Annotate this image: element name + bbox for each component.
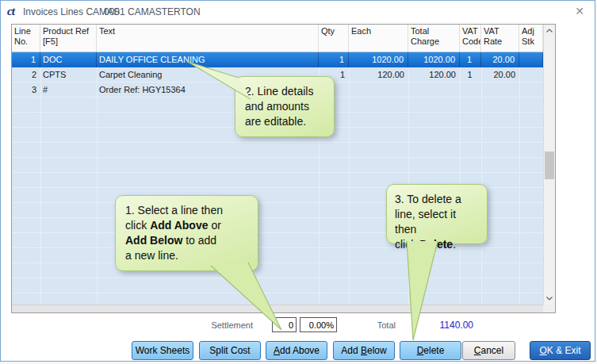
- cell-adj-stk[interactable]: [519, 67, 543, 82]
- cell-vat-rate[interactable]: [481, 82, 519, 98]
- cell-vat-code[interactable]: [460, 82, 481, 98]
- cell-total-charge[interactable]: 120.00: [408, 67, 460, 82]
- callout-3-text: 3. To delete a line, select it then clic…: [387, 185, 487, 259]
- col-header-total-charge: Total Charge: [408, 25, 460, 52]
- split-cost-button[interactable]: Split Cost: [199, 341, 261, 360]
- work-sheets-label: Work Sheets: [136, 345, 189, 356]
- settlement-percent-input[interactable]: [300, 317, 337, 332]
- col-header-qty: Qty: [319, 25, 349, 52]
- total-value: 1140.00: [413, 320, 473, 331]
- cell-text[interactable]: DAILY OFFICE CLEANING: [97, 52, 319, 67]
- add-above-label: Add Above: [274, 345, 320, 356]
- cell-product-ref[interactable]: #: [40, 82, 97, 98]
- scroll-up-icon: [546, 29, 553, 33]
- add-below-button[interactable]: Add Below: [333, 341, 395, 360]
- settlement-amount-input[interactable]: [272, 317, 297, 332]
- scroll-up-button[interactable]: [544, 25, 555, 36]
- cell-vat-code[interactable]: 1: [460, 67, 481, 82]
- cell-adj-stk[interactable]: [519, 82, 543, 98]
- close-icon[interactable]: ✕: [572, 5, 587, 19]
- ok-exit-label: OK & Exit: [539, 345, 580, 356]
- col-header-vat-rate: VAT Rate: [481, 25, 519, 52]
- dialog-window: ct Invoices Lines CAMAS 0001 CAMASTERTON…: [0, 0, 595, 362]
- vertical-scrollbar[interactable]: [543, 25, 555, 305]
- callout-1-text: 1. Select a line then click Add Above or…: [116, 196, 258, 270]
- titlebar: ct Invoices Lines CAMAS 0001 CAMASTERTON…: [1, 1, 595, 22]
- cell-vat-rate[interactable]: 20.00: [481, 52, 519, 67]
- callout-2-text: 2. Line details and amounts are editable…: [235, 77, 334, 136]
- col-header-line-no: Line No.: [12, 25, 40, 52]
- col-header-vat-code: VAT Code: [460, 25, 481, 52]
- col-header-text: Text: [97, 25, 319, 52]
- col-header-each: Each: [349, 25, 408, 52]
- scroll-down-button[interactable]: [544, 293, 555, 305]
- cell-each[interactable]: 1020.00: [349, 52, 408, 67]
- callout-2: 2. Line details and amounts are editable…: [235, 76, 335, 137]
- cell-line-no[interactable]: 1: [12, 52, 40, 67]
- window-subtitle: 0001 CAMASTERTON: [104, 6, 201, 17]
- cell-adj-stk[interactable]: [519, 52, 543, 67]
- work-sheets-button[interactable]: Work Sheets: [132, 341, 193, 360]
- split-cost-label: Split Cost: [209, 345, 250, 356]
- table-header: Line No. Product Ref [F5] Text Qty Each …: [12, 25, 543, 52]
- cell-product-ref[interactable]: DOC: [40, 52, 97, 67]
- cell-line-no[interactable]: 3: [12, 82, 40, 98]
- cell-each[interactable]: 120.00: [349, 67, 408, 82]
- cell-total-charge[interactable]: [408, 82, 460, 98]
- callout-1: 1. Select a line then click Add Above or…: [115, 195, 258, 271]
- cell-product-ref[interactable]: CPTS: [40, 67, 97, 82]
- scrollbar-corner: [543, 305, 555, 312]
- total-label: Total: [367, 320, 396, 330]
- cancel-label: Cancel: [474, 345, 503, 356]
- cell-vat-code[interactable]: 1: [460, 52, 481, 67]
- app-logo-icon: ct: [7, 5, 14, 18]
- cell-line-no[interactable]: 2: [12, 67, 40, 82]
- cancel-button[interactable]: Cancel: [462, 341, 515, 360]
- vertical-scrollbar-thumb[interactable]: [545, 151, 554, 179]
- add-above-button[interactable]: Add Above: [266, 341, 327, 360]
- delete-button[interactable]: Delete: [400, 341, 461, 360]
- horizontal-scrollbar[interactable]: [12, 305, 543, 312]
- table-row[interactable]: 1 DOC DAILY OFFICE CLEANING 1 1020.00 10…: [12, 52, 543, 67]
- delete-label: Delete: [417, 345, 445, 356]
- scroll-down-icon: [546, 297, 553, 301]
- cell-vat-rate[interactable]: 20.00: [481, 67, 519, 82]
- add-below-label: Add Below: [341, 345, 386, 356]
- cell-qty[interactable]: 1: [319, 52, 349, 67]
- col-header-adj-stk: Adj Stk: [519, 25, 543, 52]
- col-header-product-ref: Product Ref [F5]: [40, 25, 97, 52]
- ok-exit-button[interactable]: OK & Exit: [530, 341, 591, 360]
- cell-total-charge[interactable]: 1020.00: [408, 52, 460, 67]
- callout-3: 3. To delete a line, select it then clic…: [386, 184, 488, 244]
- settlement-label: Settlement: [191, 320, 253, 330]
- cell-each[interactable]: [349, 82, 408, 98]
- invoice-lines-table: Line No. Product Ref [F5] Text Qty Each …: [11, 24, 556, 313]
